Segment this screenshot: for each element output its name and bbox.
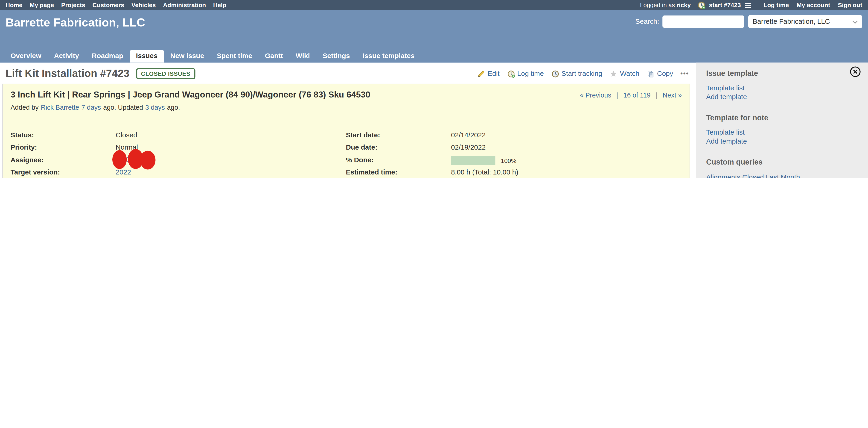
top-menu-administration[interactable]: Administration <box>163 2 206 8</box>
progress-percent: 100% <box>501 157 517 165</box>
tab-spent-time[interactable]: Spent time <box>211 50 258 62</box>
issue-position: 16 of 119 <box>623 91 650 99</box>
project-selector-value: Barrette Fabrication, LLC <box>753 18 852 26</box>
project-header: Barrette Fabrication, LLC Search: Barret… <box>0 10 868 62</box>
author-link[interactable]: Rick Barrette <box>41 104 79 111</box>
previous-issue-link[interactable]: « Previous <box>580 91 611 99</box>
top-menu-help[interactable]: Help <box>213 2 226 8</box>
clock-icon <box>551 69 559 78</box>
issue-pagination: « Previous | 16 of 119 | Next » <box>580 91 682 99</box>
issue-template-heading: Issue template <box>706 69 860 78</box>
pencil-icon <box>477 69 485 78</box>
edit-button[interactable]: Edit <box>477 69 499 78</box>
status-badge: CLOSED ISSUES <box>136 68 195 79</box>
top-menu-bar: Home My page Projects Customers Vehicles… <box>0 0 868 10</box>
tab-new-issue[interactable]: New issue <box>164 50 210 62</box>
issue-byline: Added byRick Barrette7 daysago. Updated3… <box>10 104 682 111</box>
tab-overview[interactable]: Overview <box>4 50 48 62</box>
template-list-link[interactable]: Template list <box>706 84 860 93</box>
clock-plus-icon <box>507 69 515 78</box>
custom-queries-heading: Custom queries <box>706 158 860 166</box>
project-selector[interactable]: Barrette Fabrication, LLC <box>748 15 862 28</box>
timer-clock-icon[interactable] <box>698 1 706 9</box>
custom-query-link[interactable]: Alignments Closed Last Month <box>706 173 800 178</box>
close-icon[interactable] <box>849 66 861 79</box>
page-title: Lift Kit Installation #7423 <box>5 67 129 80</box>
sign-out-link[interactable]: Sign out <box>838 2 862 8</box>
tab-activity[interactable]: Activity <box>48 50 85 62</box>
target-version-link[interactable]: 2022 <box>116 169 131 177</box>
add-template-link[interactable]: Add template <box>706 93 860 102</box>
estimated-time-value: 8.00 h (Total: 10.00 h) <box>451 169 518 177</box>
logged-in-status: Logged in asricky <box>640 2 691 8</box>
project-tabs: Overview Activity Roadmap Issues New iss… <box>4 50 421 62</box>
issue-details: 3 Inch Lift Kit | Rear Springs | Jeep Gr… <box>2 84 690 178</box>
start-timer-link[interactable]: start #7423 <box>709 2 741 8</box>
more-actions-button[interactable]: ••• <box>680 70 689 78</box>
project-title: Barrette Fabrication, LLC <box>5 16 145 29</box>
my-account-link[interactable]: My account <box>797 2 830 8</box>
due-date-value: 02/19/2022 <box>451 144 486 152</box>
top-menu-projects[interactable]: Projects <box>61 2 85 8</box>
search-label: Search: <box>635 18 659 26</box>
star-icon <box>610 69 618 78</box>
top-menu-customers[interactable]: Customers <box>92 2 124 8</box>
top-menu-vehicles[interactable]: Vehicles <box>131 2 156 8</box>
sidebar: Issue template Template list Add templat… <box>696 63 868 178</box>
copy-button[interactable]: Copy <box>647 69 673 78</box>
timer-list-icon[interactable] <box>744 2 751 8</box>
redaction-assignee: h C <box>116 156 162 164</box>
tab-wiki[interactable]: Wiki <box>290 50 316 62</box>
start-date-value: 02/14/2022 <box>451 132 486 140</box>
start-tracking-button[interactable]: Start tracking <box>551 69 602 78</box>
next-issue-link[interactable]: Next » <box>663 91 682 99</box>
issue-subject: 3 Inch Lift Kit | Rear Springs | Jeep Gr… <box>10 90 580 99</box>
search-input[interactable] <box>662 16 744 28</box>
username: ricky <box>677 2 691 8</box>
status-value: Closed <box>116 132 137 140</box>
watch-button[interactable]: Watch <box>610 69 639 78</box>
tab-settings[interactable]: Settings <box>317 50 356 62</box>
tab-gantt[interactable]: Gantt <box>259 50 289 62</box>
tab-issues[interactable]: Issues <box>130 50 163 62</box>
copy-icon <box>647 69 655 78</box>
issue-attributes: Status:Closed Priority:Normal Assignee: … <box>10 132 682 178</box>
note-template-list-link[interactable]: Template list <box>706 129 860 137</box>
updated-ago-link[interactable]: 3 days <box>145 104 165 111</box>
added-ago-link[interactable]: 7 days <box>82 104 101 111</box>
main-content: Lift Kit Installation #7423 CLOSED ISSUE… <box>2 63 690 178</box>
note-add-template-link[interactable]: Add template <box>706 137 860 146</box>
page: Home My page Projects Customers Vehicles… <box>0 0 868 178</box>
log-time-link[interactable]: Log time <box>764 2 789 8</box>
log-time-button[interactable]: Log time <box>507 69 544 78</box>
template-for-note-heading: Template for note <box>706 114 860 122</box>
tab-roadmap[interactable]: Roadmap <box>86 50 129 62</box>
progress-bar: 100% <box>451 156 517 165</box>
tab-issue-templates[interactable]: Issue templates <box>356 50 421 62</box>
chevron-down-icon <box>852 18 858 26</box>
top-menu-my-page[interactable]: My page <box>30 2 54 8</box>
top-menu-home[interactable]: Home <box>5 2 22 8</box>
